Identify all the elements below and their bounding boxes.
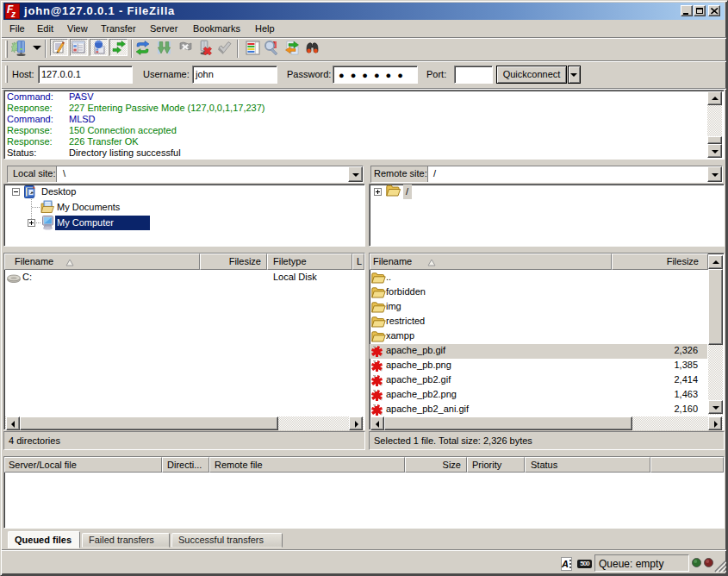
svg-text:z: z <box>10 9 16 19</box>
